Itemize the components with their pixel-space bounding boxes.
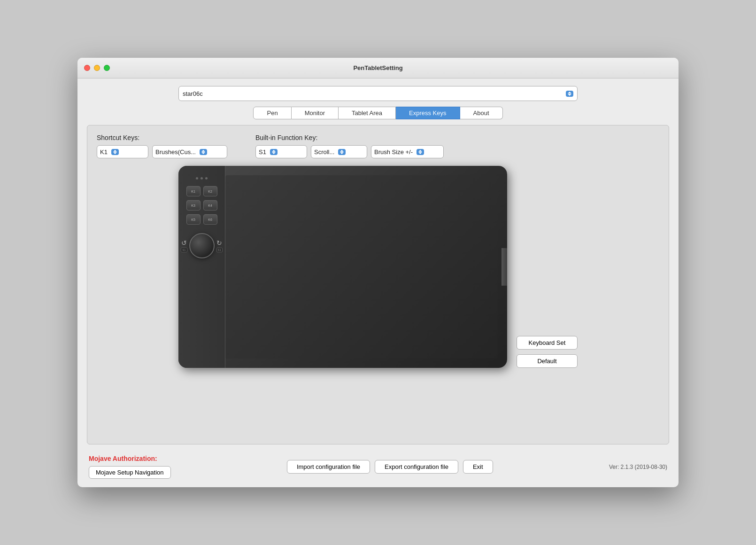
footer-center: Import configuration file Export configu… — [287, 460, 493, 474]
mojave-auth-label: Mojave Authorization: — [89, 455, 171, 462]
key-k2[interactable]: K2 — [203, 186, 217, 196]
tablet-surface — [225, 175, 498, 358]
controls-row: Shortcut Keys: K1 Brushes(Cus... — [97, 134, 659, 158]
builtin-action-arrows — [417, 149, 424, 155]
key-k3[interactable]: K3 — [186, 200, 201, 210]
default-button[interactable]: Default — [517, 354, 578, 368]
scroll-right: ↻ S1 — [216, 239, 223, 252]
builtin-mode-select[interactable]: Scroll... — [311, 145, 367, 158]
device-select-value: star06c — [183, 90, 203, 97]
builtin-key-value: S1 — [259, 148, 266, 156]
tabs-row: Pen Monitor Tablet Area Express Keys Abo… — [87, 107, 669, 119]
titlebar: PenTabletSetting — [77, 58, 679, 78]
footer-left: Mojave Authorization: Mojave Setup Navig… — [89, 455, 171, 479]
builtin-key-arrows — [270, 149, 278, 155]
arrow-up-icon — [113, 150, 117, 152]
maximize-button[interactable] — [104, 65, 110, 71]
device-select-dropdown[interactable]: star06c — [178, 86, 578, 101]
tab-about[interactable]: About — [460, 107, 503, 119]
scroll-buttons: ↺ S1 ↻ S1 — [181, 233, 223, 258]
tablet-and-buttons: K1 K2 K3 K4 K5 K6 — [97, 166, 659, 368]
tab-monitor[interactable]: Monitor — [292, 107, 339, 119]
builtin-function-key-dropdowns: S1 Scroll... — [255, 145, 444, 158]
shortcut-action-select[interactable]: Brushes(Cus... — [152, 145, 227, 158]
arrow-down-icon — [418, 152, 422, 154]
builtin-function-key-label: Built-in Function Key: — [255, 134, 444, 141]
shortcut-keys-group: Shortcut Keys: K1 Brushes(Cus... — [97, 134, 227, 158]
minimize-button[interactable] — [94, 65, 100, 71]
scroll-s1-right: S1 — [216, 248, 223, 252]
scroll-s1-left: S1 — [181, 248, 187, 252]
device-select-row: star06c — [87, 86, 669, 101]
content-area: star06c Pen Monitor Tablet Area Express … — [77, 78, 679, 487]
shortcut-key-arrows — [111, 149, 119, 155]
exit-button[interactable]: Exit — [463, 460, 493, 474]
tab-pen[interactable]: Pen — [253, 107, 291, 119]
tablet-illustration: K1 K2 K3 K4 K5 K6 — [178, 166, 507, 368]
tablet-body: K1 K2 K3 K4 K5 K6 — [178, 166, 507, 368]
tab-tablet-area[interactable]: Tablet Area — [339, 107, 396, 119]
arrow-up-icon — [418, 150, 422, 152]
shortcut-action-value: Brushes(Cus... — [155, 148, 196, 156]
arrow-down-icon — [201, 152, 205, 154]
builtin-mode-value: Scroll... — [314, 148, 334, 156]
arrow-down-icon — [568, 94, 571, 96]
arrow-down-icon — [113, 152, 117, 154]
key-k4[interactable]: K4 — [203, 200, 217, 210]
scroll-area: ↺ S1 ↻ S1 — [181, 233, 223, 258]
builtin-key-select[interactable]: S1 — [255, 145, 307, 158]
key-k5[interactable]: K5 — [186, 214, 201, 225]
arrow-up-icon — [272, 150, 276, 152]
shortcut-keys-label: Shortcut Keys: — [97, 134, 227, 141]
builtin-action-select[interactable]: Brush Size +/- — [371, 145, 444, 158]
arrow-down-icon — [340, 152, 344, 154]
device-select-arrows — [566, 91, 573, 97]
led-row — [196, 177, 208, 179]
dial[interactable] — [189, 233, 215, 258]
arrow-up-icon — [340, 150, 344, 152]
scroll-left: ↺ S1 — [181, 239, 187, 252]
export-config-button[interactable]: Export configuration file — [375, 460, 458, 474]
shortcut-key-value: K1 — [100, 148, 108, 156]
key-row-3: K5 K6 — [186, 214, 217, 225]
key-row-2: K3 K4 — [186, 200, 217, 210]
arrow-down-icon — [272, 152, 276, 154]
tab-express-keys[interactable]: Express Keys — [396, 107, 460, 119]
shortcut-action-arrows — [200, 149, 207, 155]
builtin-action-value: Brush Size +/- — [374, 148, 413, 156]
key-row-1: K1 K2 — [186, 186, 217, 196]
arrow-up-icon — [201, 150, 205, 152]
builtin-mode-arrows — [338, 149, 346, 155]
window-title: PenTabletSetting — [353, 64, 402, 71]
footer: Mojave Authorization: Mojave Setup Navig… — [87, 450, 669, 481]
tablet-grip — [501, 248, 507, 286]
close-button[interactable] — [84, 65, 90, 71]
version-label: Ver: 2.1.3 (2019-08-30) — [609, 464, 667, 470]
mojave-setup-button[interactable]: Mojave Setup Navigation — [89, 466, 171, 479]
window-controls — [84, 65, 110, 71]
led-3 — [205, 177, 208, 179]
main-panel: Shortcut Keys: K1 Brushes(Cus... — [87, 125, 669, 444]
scroll-ccw-icon: ↺ — [181, 239, 187, 247]
tablet-left-panel: K1 K2 K3 K4 K5 K6 — [178, 166, 225, 368]
import-config-button[interactable]: Import configuration file — [287, 460, 370, 474]
key-k1[interactable]: K1 — [186, 186, 201, 196]
scroll-cw-icon: ↻ — [216, 239, 222, 247]
main-window: PenTabletSetting star06c Pen Monitor Tab… — [77, 58, 679, 487]
led-2 — [201, 177, 203, 179]
builtin-function-key-group: Built-in Function Key: S1 Scroll... — [255, 134, 444, 158]
key-k6[interactable]: K6 — [203, 214, 217, 225]
keyboard-set-button[interactable]: Keyboard Set — [517, 336, 578, 350]
led-1 — [196, 177, 198, 179]
shortcut-keys-dropdowns: K1 Brushes(Cus... — [97, 145, 227, 158]
shortcut-key-select[interactable]: K1 — [97, 145, 148, 158]
side-buttons: Keyboard Set Default — [517, 336, 578, 368]
arrow-up-icon — [568, 92, 571, 93]
